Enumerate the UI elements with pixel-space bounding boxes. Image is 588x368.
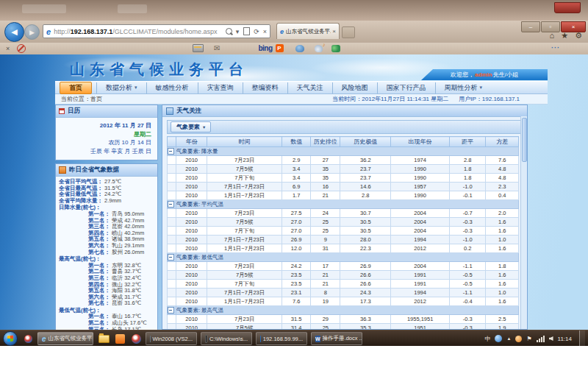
hidden-icons-arrow[interactable]: ▲	[506, 336, 511, 341]
column-header[interactable]: 历史极值	[340, 137, 391, 147]
media-app-taskbar-icon[interactable]	[129, 333, 143, 344]
table-row[interactable]: 20101月1日~7月23日1.7212.81990-0.10.4	[168, 191, 519, 200]
column-header[interactable]: 时间	[207, 137, 282, 147]
column-header[interactable]: 年份	[176, 137, 207, 147]
refresh-icon[interactable]: ⟳	[254, 28, 259, 35]
address-bar[interactable]: e http://192.168.137.1/GLCCLIMATE/module…	[43, 24, 270, 38]
menu-item-6[interactable]: 风险地图	[332, 82, 377, 93]
table-row[interactable]: 20107月23日24.21726.92004-1.11.8	[168, 262, 519, 271]
taskbar-window-button[interactable]: W操作手册.docx ...	[311, 332, 362, 345]
collapse-expander-icon[interactable]	[168, 201, 174, 208]
blocked-icon[interactable]	[17, 44, 26, 53]
table-row[interactable]: 20107月1日~7月23日23.1824.31994-1.11.0	[168, 289, 519, 297]
table-cell: 35	[311, 174, 340, 183]
stop-icon[interactable]: ×	[263, 28, 267, 35]
pinned-app-icon[interactable]	[21, 333, 35, 344]
table-row[interactable]: 20107月5候23.52126.61991-0.51.6	[168, 271, 519, 280]
group-header-row[interactable]: 气象要素: 最高气温	[168, 306, 519, 315]
table-cell: -1.0	[449, 183, 486, 191]
group-header-row[interactable]: 气象要素: 降水量	[168, 147, 519, 156]
tray-app-icon[interactable]	[515, 336, 522, 342]
home-icon[interactable]: ⌂	[550, 31, 555, 40]
p-addon-icon[interactable]: P	[276, 44, 284, 52]
table-row[interactable]: 20107月23日2.92736.219742.87.6	[168, 156, 519, 165]
group-header-row[interactable]: 气象要素: 平均气温	[168, 200, 519, 209]
card-reader-icon[interactable]	[193, 44, 204, 52]
orange-app-taskbar-icon[interactable]	[113, 333, 126, 344]
table-row[interactable]: 20107月5候27.02530.52004-0.31.6	[168, 218, 519, 227]
tab-close-icon[interactable]: ×	[332, 28, 336, 35]
mail-icon[interactable]: ✉	[214, 44, 220, 52]
address-dropdown-icon[interactable]: ▾	[236, 28, 240, 35]
table-row[interactable]: 20101月1日~7月23日7.61917.32012-0.41.6	[168, 297, 519, 306]
table-row[interactable]: 20107月下旬27.02530.52004-0.31.6	[168, 227, 519, 236]
contacts-icon[interactable]	[331, 45, 340, 52]
column-header[interactable]: 距平	[449, 137, 486, 147]
table-row[interactable]: 20101月1日~7月23日12.03122.320120.21.6	[168, 244, 519, 253]
action-center-flag-icon[interactable]: ⚑	[526, 336, 531, 342]
menu-item-1[interactable]: 数据分析▾	[96, 82, 146, 93]
background-window-close-button[interactable]	[554, 2, 581, 13]
back-button[interactable]: ◀	[4, 22, 24, 42]
ime-tray-icon[interactable]	[495, 335, 502, 342]
rank-label: 第七名：	[88, 249, 110, 255]
bing-logo[interactable]: bing	[258, 44, 272, 52]
browser-tab[interactable]: e 山东省气候业务平... ×	[276, 23, 340, 39]
collapse-expander-icon[interactable]	[168, 307, 174, 314]
vertical-scrollbar[interactable]	[520, 116, 527, 329]
table-row[interactable]: 20107月下旬23.52126.61991-0.51.6	[168, 280, 519, 289]
taskbar-clock[interactable]: 11:14	[558, 336, 572, 342]
group-expander-cell[interactable]	[168, 253, 176, 262]
table-row[interactable]: 20107月23日31.52936.31955,1951-0.32.5	[168, 315, 519, 324]
group-header-row[interactable]: 气象要素: 最低气温	[168, 253, 519, 262]
group-expander-cell[interactable]	[168, 306, 176, 315]
taskbar-window-button[interactable]: 192.168.59.99...	[256, 332, 307, 345]
menu-item-5[interactable]: 天气关注	[287, 82, 332, 93]
close-sidebar-icon[interactable]: ×	[6, 45, 10, 52]
favorites-icon[interactable]: ★	[561, 31, 568, 40]
minimize-button[interactable]: –	[521, 21, 540, 32]
taskbar-window-button[interactable]: Win2008 (VS2...	[146, 332, 197, 345]
element-button-label: 气象要素	[176, 123, 200, 131]
column-header[interactable]: 数值	[282, 137, 311, 147]
search-icon[interactable]	[226, 28, 232, 35]
menu-item-2[interactable]: 敏感性分析	[146, 82, 198, 93]
element-dropdown-button[interactable]: 气象要素 ▾	[171, 121, 211, 132]
forward-button[interactable]: ▶	[24, 24, 40, 40]
more-icon[interactable]: ···	[551, 44, 560, 52]
menu-item-4[interactable]: 整编资料	[243, 82, 287, 93]
table-row[interactable]: 20107月5候3.43523.719901.84.8	[168, 165, 519, 174]
network-icon[interactable]	[537, 336, 545, 342]
menu-item-0[interactable]: 首页	[60, 82, 92, 94]
group-expander-cell[interactable]	[168, 200, 176, 209]
table-row[interactable]: 20107月1日~7月23日6.91614.61957-1.02.3	[168, 183, 519, 191]
group-expander-cell[interactable]	[168, 147, 176, 156]
tools-gear-icon[interactable]: ⚙	[575, 31, 582, 40]
taskbar-window-button[interactable]: C:\Windows\s...	[201, 332, 252, 345]
show-desktop-button[interactable]	[579, 330, 585, 347]
table-row[interactable]: 20107月5候31.42535.31951-0.31.9	[168, 324, 519, 330]
explorer-taskbar-icon[interactable]	[97, 333, 110, 344]
taskbar-ie-window-button[interactable]: e 山东省气候业务平...	[37, 332, 93, 345]
menu-item-8[interactable]: 周期性分析▾	[435, 82, 492, 93]
column-header[interactable]: 出现年份	[391, 137, 449, 147]
music-bird-icon[interactable]	[315, 45, 323, 52]
column-header[interactable]: 方差	[486, 137, 519, 147]
table-row[interactable]: 20107月1日~7月23日26.9928.01994-1.01.0	[168, 236, 519, 244]
compatibility-view-icon[interactable]	[243, 27, 250, 35]
table-row[interactable]: 20107月23日27.52430.72004-0.72.0	[168, 209, 519, 218]
collapse-expander-icon[interactable]	[168, 148, 174, 155]
row-expander-cell	[168, 209, 176, 218]
qq-icon[interactable]	[295, 45, 304, 52]
menu-item-3[interactable]: 灾害查询	[198, 82, 243, 93]
speaker-icon[interactable]	[549, 336, 553, 341]
scrollbar-thumb[interactable]	[522, 118, 527, 162]
collapse-expander-icon[interactable]	[168, 254, 174, 261]
input-language-indicator[interactable]: 中	[484, 335, 490, 343]
start-button[interactable]	[3, 331, 18, 346]
column-header[interactable]: 历史排位	[311, 137, 340, 147]
new-tab-button[interactable]	[342, 26, 355, 38]
table-row[interactable]: 20107月下旬3.43523.719901.84.8	[168, 174, 519, 183]
menu-item-7[interactable]: 国家下行产品	[377, 82, 435, 93]
browser-navigation-bar: ◀ ▶ e http://192.168.137.1/GLCCLIMATE/mo…	[0, 21, 588, 43]
